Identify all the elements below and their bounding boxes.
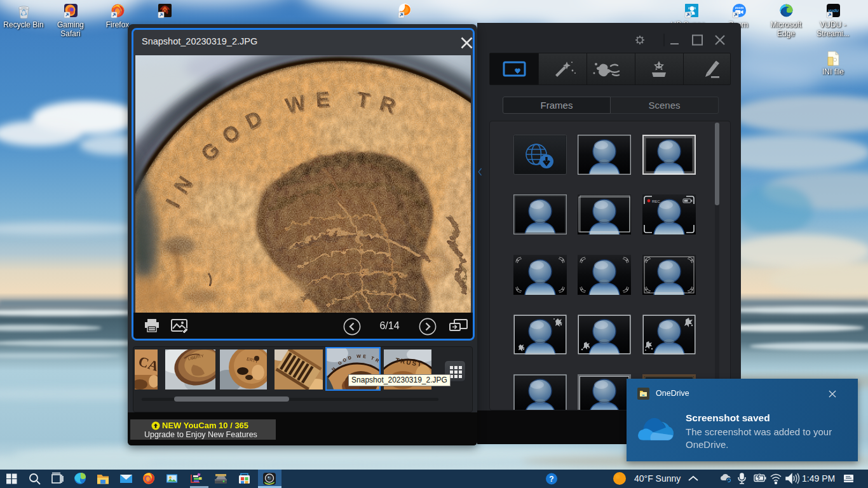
svg-text:REC: REC: [652, 200, 660, 203]
svg-text:?: ?: [549, 475, 553, 484]
svg-text:40°F Sunny: 40°F Sunny: [634, 473, 681, 484]
svg-text:zoom: zoom: [735, 6, 744, 10]
svg-text:1:49 PM: 1:49 PM: [802, 473, 835, 484]
